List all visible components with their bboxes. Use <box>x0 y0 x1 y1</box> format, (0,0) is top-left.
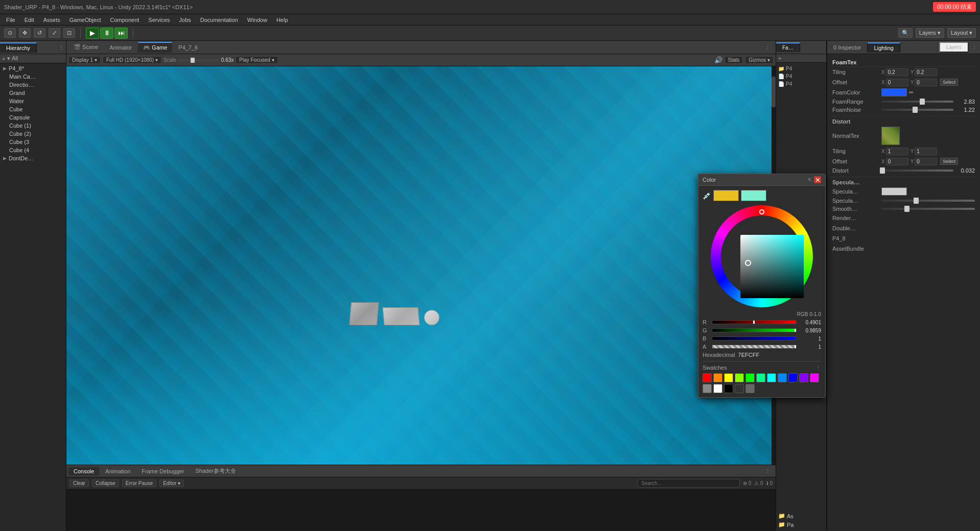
stats-btn[interactable]: Stats <box>725 56 743 64</box>
asset-item-fa[interactable]: 📁 P4 <box>778 65 824 73</box>
inspector-options[interactable]: ⋮ <box>968 44 980 51</box>
tab-scene[interactable]: 🎬 Scene <box>68 42 103 52</box>
color-swatch-item[interactable] <box>713 384 722 393</box>
b-slider[interactable] <box>712 336 797 341</box>
tab-console[interactable]: Console <box>68 467 99 475</box>
console-options[interactable]: ⋮ <box>762 468 774 474</box>
tree-item-dontdestroy[interactable]: ▶ DontDe… <box>0 154 66 162</box>
color-swatch-item[interactable] <box>713 373 722 382</box>
eyedropper-button[interactable]: 💉 <box>703 191 711 200</box>
dtiling-x-input[interactable] <box>886 148 908 155</box>
tree-item-directional[interactable]: Directio… <box>6 81 66 89</box>
color-swatch-item[interactable] <box>778 373 787 382</box>
asset-item-p4a[interactable]: 📄 P4 <box>778 73 824 80</box>
color-picker-close-button[interactable]: ✕ <box>814 176 821 183</box>
menu-edit[interactable]: Edit <box>20 16 38 24</box>
doffset-x-input[interactable] <box>886 158 908 165</box>
layout-dropdown[interactable]: Layout ▾ <box>947 28 976 38</box>
pause-button[interactable]: ⏸ <box>100 28 113 39</box>
hierarchy-filter[interactable]: ▾ All <box>7 55 18 62</box>
search-button[interactable]: 🔍 <box>898 28 913 38</box>
menu-file[interactable]: File <box>2 16 19 24</box>
menu-component[interactable]: Component <box>106 16 143 24</box>
tree-item-capsule[interactable]: Capsule <box>6 113 66 122</box>
scene-btn[interactable]: ⊙ <box>4 28 16 38</box>
old-color-swatch[interactable] <box>713 190 739 201</box>
record-button[interactable]: 00:00:00 结束 <box>933 2 976 12</box>
color-swatch-item[interactable] <box>767 373 776 382</box>
scrollbar-thumb[interactable] <box>772 77 776 107</box>
tree-item-water[interactable]: Water <box>6 97 66 105</box>
color-swatch-item[interactable] <box>703 373 712 382</box>
tab-game[interactable]: 🎮 Game <box>138 42 172 53</box>
hierarchy-tab[interactable]: Hierarchy <box>0 42 37 53</box>
select-button[interactable]: Select <box>940 79 958 86</box>
tab-frame-debugger[interactable]: Frame Debugger <box>136 467 189 475</box>
tree-item-maincamera[interactable]: Main Ca… <box>6 73 66 81</box>
offset-y-input[interactable] <box>915 79 937 86</box>
tiling-x-input[interactable] <box>886 68 908 76</box>
color-swatch-item[interactable] <box>703 384 712 393</box>
scale-btn[interactable]: ⤢ <box>49 28 60 38</box>
color-swatch-item[interactable] <box>745 384 755 393</box>
color-swatch-item[interactable] <box>745 373 755 382</box>
distort-slider[interactable] <box>881 170 953 172</box>
tree-item-cube4[interactable]: Cube (4 <box>6 146 66 154</box>
add-icon[interactable]: + <box>778 55 781 61</box>
gizmos-btn[interactable]: Gizmos ▾ <box>745 56 774 64</box>
doffset-y-input[interactable] <box>915 158 937 165</box>
tree-item-cube3[interactable]: Cube (3 <box>6 138 66 146</box>
color-swatch-item[interactable] <box>756 373 765 382</box>
asset-pa[interactable]: 📁 Pa <box>778 520 824 529</box>
editor-dropdown[interactable]: Editor ▾ <box>159 479 184 487</box>
color-wheel[interactable] <box>711 205 813 307</box>
view-options[interactable]: ⋮ <box>762 44 774 51</box>
foamnoise-slider[interactable] <box>881 109 953 111</box>
menu-gameobject[interactable]: GameObject <box>65 16 105 24</box>
play-focused-btn[interactable]: Play Focused ▾ <box>236 56 277 64</box>
foamrange-slider[interactable] <box>881 101 953 103</box>
tab-lighting[interactable]: Lighting <box>868 42 900 53</box>
tiling-y-input[interactable] <box>915 68 937 76</box>
scale-slider[interactable] <box>178 59 219 61</box>
tree-item-cube[interactable]: Cube <box>6 105 66 113</box>
foamcolor-swatch[interactable] <box>881 88 907 96</box>
color-swatch-item[interactable] <box>810 373 819 382</box>
display-selector[interactable]: Display 1 ▾ <box>68 56 101 64</box>
clear-button[interactable]: Clear <box>69 479 89 487</box>
offset-x-input[interactable] <box>886 79 908 86</box>
tab-animation[interactable]: Animation <box>100 467 135 475</box>
tree-item-cube2[interactable]: Cube (2) <box>6 130 66 138</box>
expand-icon[interactable]: ⇱ <box>808 177 812 183</box>
select-button-2[interactable]: Select <box>940 158 958 165</box>
color-swatch-item[interactable] <box>724 384 733 393</box>
tab-shader-ref[interactable]: Shader参考大全 <box>190 466 241 476</box>
rotate-btn[interactable]: ↺ <box>34 28 45 38</box>
collapse-button[interactable]: Collapse <box>92 479 119 487</box>
color-swatch-item[interactable] <box>788 373 798 382</box>
menu-documentation[interactable]: Documentation <box>196 16 242 24</box>
move-btn[interactable]: ✥ <box>19 28 31 38</box>
new-color-swatch[interactable] <box>741 190 766 201</box>
specular-slider[interactable] <box>881 200 975 202</box>
tab-p4_7_6[interactable]: P4_7_6 <box>173 43 203 52</box>
a-slider[interactable] <box>712 345 797 349</box>
play-button[interactable]: ▶ <box>86 28 99 39</box>
assets-tab[interactable]: Fa… <box>776 42 800 52</box>
transform-btn[interactable]: ⊡ <box>63 28 75 38</box>
tab-inspector[interactable]: 0 Inspector <box>827 43 868 52</box>
foamcolor-picker-icon[interactable]: ✏ <box>909 89 914 96</box>
menu-assets[interactable]: Assets <box>39 16 64 24</box>
menu-help[interactable]: Help <box>272 16 292 24</box>
dtiling-y-input[interactable] <box>915 148 937 155</box>
speaker-icon[interactable]: 🔊 <box>714 56 722 64</box>
asset-as[interactable]: 📁 As <box>778 512 824 520</box>
layers-btn[interactable]: Layers <box>939 42 968 53</box>
error-pause-button[interactable]: Error Pause <box>122 479 156 487</box>
smooth-slider[interactable] <box>881 208 975 210</box>
hierarchy-options[interactable]: ⋮ <box>57 44 66 50</box>
swatches-options[interactable]: ⋮ <box>815 365 821 371</box>
color-swatch-item[interactable] <box>799 373 808 382</box>
r-slider[interactable] <box>712 320 797 324</box>
color-swatch-item[interactable] <box>735 373 744 382</box>
